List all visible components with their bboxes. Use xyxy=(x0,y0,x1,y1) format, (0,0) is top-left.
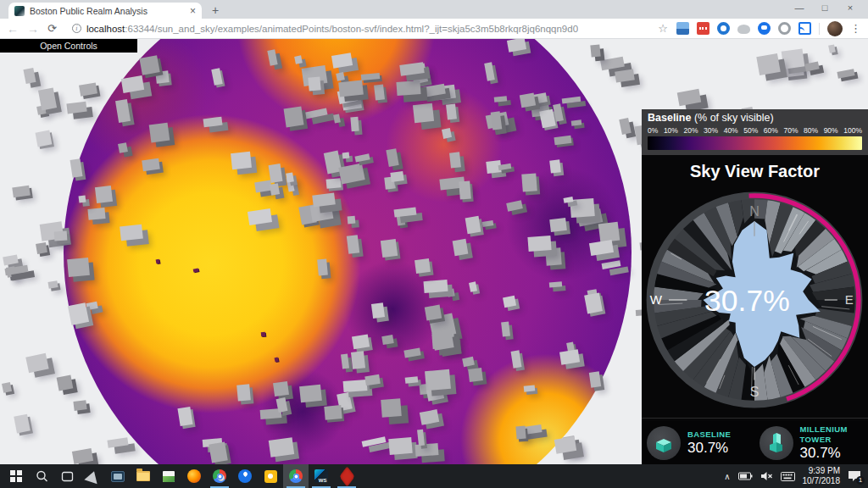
battery-icon[interactable] xyxy=(738,472,753,480)
firefox-button[interactable] xyxy=(181,464,207,488)
building-block xyxy=(425,369,451,391)
millenium-tower-entry[interactable]: MILLENIUM TOWER 30.7% xyxy=(760,424,864,463)
address-bar[interactable]: i localhost:63344/sun_and_sky/examples/a… xyxy=(65,20,649,36)
action-center-button[interactable]: 1 xyxy=(848,470,861,482)
window-close-button[interactable]: × xyxy=(837,0,863,17)
open-controls-button[interactable]: Open Controls xyxy=(0,39,137,53)
tray-expand-icon[interactable]: ∧ xyxy=(724,472,730,481)
building-block xyxy=(286,172,293,182)
taskbar-clock[interactable]: 9:39 PM 10/7/2018 xyxy=(803,466,841,487)
forward-button[interactable]: → xyxy=(27,23,39,35)
browser-tabstrip: Boston Public Realm Analysis × + — □ × xyxy=(0,0,868,19)
chat-ext-icon[interactable] xyxy=(758,22,771,35)
extensions-row: ⋮ xyxy=(676,21,861,36)
browser-menu-icon[interactable]: ⋮ xyxy=(850,22,861,35)
ring-ext-icon[interactable] xyxy=(778,22,791,35)
building-block xyxy=(374,85,385,101)
building-block xyxy=(74,401,87,411)
keep-app-button[interactable] xyxy=(258,464,283,488)
red-app-button[interactable] xyxy=(334,464,359,488)
building-block xyxy=(549,218,566,232)
new-tab-button[interactable]: + xyxy=(212,3,219,17)
refresh-button[interactable]: ⟳ xyxy=(47,23,57,34)
profile-avatar[interactable] xyxy=(827,21,843,36)
adblock-ext-icon[interactable] xyxy=(697,22,709,35)
building-block xyxy=(396,80,420,96)
building-block xyxy=(317,259,327,276)
map-marker xyxy=(193,268,199,272)
image-editor-button[interactable] xyxy=(156,464,181,488)
building-block xyxy=(178,407,193,426)
task-view-icon xyxy=(61,470,74,483)
building-block xyxy=(333,114,341,124)
maps-pin-icon xyxy=(238,469,252,483)
taskbar-console-button[interactable] xyxy=(105,464,131,488)
window-ext-icon[interactable] xyxy=(676,22,689,35)
baseline-building-icon xyxy=(647,426,681,460)
chrome-active-button[interactable] xyxy=(283,464,309,488)
cloud-ext-icon[interactable] xyxy=(737,25,750,34)
building-block xyxy=(312,193,336,208)
cast-icon[interactable] xyxy=(798,22,811,35)
building-block xyxy=(351,116,359,130)
building-block xyxy=(481,219,493,226)
chrome-profile-button[interactable] xyxy=(207,464,232,488)
legend-title: Baseline (% of sky visible) xyxy=(648,112,862,124)
volume-muted-icon[interactable] xyxy=(760,471,773,481)
building-block xyxy=(38,88,57,111)
webstorm-button[interactable] xyxy=(309,464,334,488)
maps-app-button[interactable] xyxy=(232,464,258,488)
map-marker xyxy=(261,332,265,336)
building-block xyxy=(561,97,581,104)
start-button[interactable] xyxy=(3,464,29,488)
legend-color-scale xyxy=(648,136,862,150)
building-block xyxy=(459,181,471,200)
building-block xyxy=(3,255,18,266)
building-block xyxy=(554,436,576,454)
donut-ext-icon[interactable] xyxy=(717,22,730,35)
building-block xyxy=(524,385,536,391)
bookmark-star-icon[interactable]: ☆ xyxy=(658,22,668,35)
window-minimize-button[interactable]: — xyxy=(787,0,812,17)
back-button[interactable]: ← xyxy=(7,23,19,35)
building-block xyxy=(231,152,251,169)
building-block xyxy=(121,75,145,93)
touch-keyboard-icon[interactable] xyxy=(781,472,795,481)
building-block xyxy=(276,397,288,413)
building-block xyxy=(549,281,562,287)
building-block xyxy=(120,224,142,241)
tab-close-icon[interactable]: × xyxy=(190,6,196,16)
building-block xyxy=(342,152,349,158)
window-maximize-button[interactable]: □ xyxy=(812,0,837,17)
svf-legend: BASELINE 30.7% xyxy=(642,421,868,464)
building-block xyxy=(756,53,781,75)
building-block xyxy=(484,62,495,80)
building-block xyxy=(615,69,636,83)
taskbar-search-button[interactable] xyxy=(29,464,54,488)
legend-tick: 50% xyxy=(743,126,758,135)
fisheye-sky-chart[interactable]: N E S W 30.7% xyxy=(645,191,864,409)
building-block xyxy=(79,196,86,203)
building-block xyxy=(305,108,328,119)
building-block xyxy=(115,99,131,123)
building-block xyxy=(527,236,551,252)
browser-tab[interactable]: Boston Public Realm Analysis × xyxy=(8,3,202,19)
building-block xyxy=(559,349,580,364)
building-block xyxy=(48,281,58,289)
legend-tick: 100% xyxy=(843,126,862,135)
url-text[interactable]: localhost:63344/sun_and_sky/examples/ani… xyxy=(86,24,578,34)
building-block xyxy=(211,68,223,86)
task-view-button[interactable] xyxy=(54,464,80,488)
image-editor-icon xyxy=(163,471,175,482)
building-block xyxy=(386,148,399,167)
url-path: :63344/sun_and_sky/examples/animatedPoin… xyxy=(125,24,578,34)
building-block xyxy=(309,76,321,91)
building-block xyxy=(346,236,359,254)
building-block xyxy=(294,55,303,64)
baseline-entry[interactable]: BASELINE 30.7% xyxy=(647,426,751,460)
taskbar-unity-button[interactable] xyxy=(80,464,105,488)
firefox-icon xyxy=(187,469,201,483)
file-explorer-button[interactable] xyxy=(131,464,156,488)
building-block xyxy=(515,426,526,440)
page-info-icon[interactable]: i xyxy=(72,24,81,33)
